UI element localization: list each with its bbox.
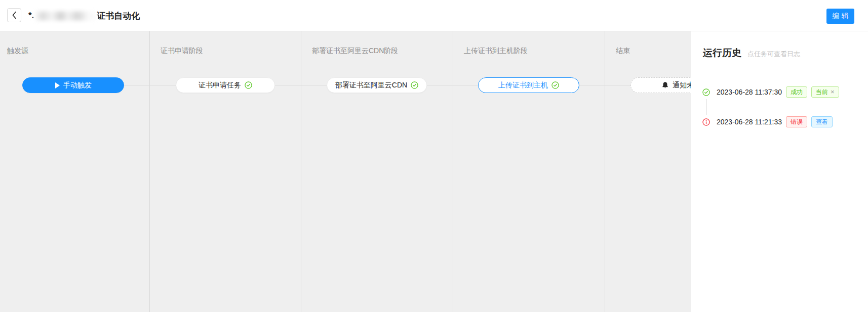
- run-timestamp: 2023-06-28 11:21:33: [717, 118, 782, 126]
- stage-label-apply: 证书申请阶段: [161, 47, 203, 56]
- node-label: 证书申请任务: [199, 81, 241, 90]
- edit-button[interactable]: 编 辑: [826, 9, 854, 24]
- stage-divider: [149, 31, 150, 312]
- check-circle-icon: [702, 88, 710, 96]
- redacted-domain-blur: [35, 12, 96, 20]
- node-cert-apply-task[interactable]: 证书申请任务: [176, 77, 275, 93]
- history-entry[interactable]: 2023-06-28 11:37:30 成功 当前 ×: [702, 86, 839, 98]
- title-suffix: 证书自动化: [97, 10, 140, 22]
- play-icon: [55, 82, 60, 88]
- stage-label-trigger: 触发源: [7, 47, 28, 56]
- history-entry[interactable]: 2023-06-28 11:21:33 错误 查看: [702, 116, 833, 127]
- node-label: 上传证书到主机: [498, 81, 548, 90]
- back-chevron-icon: [12, 11, 17, 19]
- page-header: *. 证书自动化 编 辑: [0, 0, 868, 31]
- run-timestamp: 2023-06-28 11:37:30: [717, 88, 782, 96]
- node-deploy-cdn[interactable]: 部署证书至阿里云CDN: [327, 77, 427, 93]
- status-badge-success: 成功: [786, 86, 807, 98]
- stage-label-cdn: 部署证书至阿里云CDN阶段: [312, 47, 398, 56]
- back-button[interactable]: [7, 8, 21, 22]
- node-manual-trigger[interactable]: 手动触发: [22, 77, 124, 93]
- check-circle-icon: [245, 81, 252, 89]
- stage-label-host: 上传证书到主机阶段: [464, 47, 528, 56]
- stage-divider: [605, 31, 605, 312]
- bell-icon: [661, 81, 669, 89]
- run-history-panel: 运行历史 点任务可查看日志 2023-06-28 11:37:30 成功 当前 …: [691, 31, 868, 315]
- close-icon[interactable]: ×: [831, 87, 835, 97]
- error-circle-icon: [702, 118, 710, 126]
- node-upload-host[interactable]: 上传证书到主机: [478, 77, 579, 93]
- stage-divider: [453, 31, 453, 312]
- page-title: *. 证书自动化: [28, 0, 140, 31]
- certificate-automation-page: *. 证书自动化 编 辑 触发源 证书申请阶段 部署证书至阿里云CDN阶段 上传…: [0, 0, 868, 315]
- panel-title: 运行历史: [703, 47, 741, 60]
- status-badge-error: 错误: [786, 116, 807, 127]
- node-label: 手动触发: [63, 81, 92, 90]
- view-run-button[interactable]: 查看: [811, 116, 833, 127]
- check-circle-icon: [551, 81, 559, 89]
- stage-divider: [301, 31, 301, 312]
- stage-label-end: 结束: [616, 47, 630, 56]
- panel-header: 运行历史 点任务可查看日志: [703, 47, 868, 60]
- check-circle-icon: [411, 81, 418, 89]
- title-prefix: *.: [28, 11, 34, 21]
- panel-subtitle: 点任务可查看日志: [747, 50, 800, 59]
- current-run-label: 当前: [816, 87, 828, 97]
- current-run-tag[interactable]: 当前 ×: [811, 86, 839, 98]
- node-label: 部署证书至阿里云CDN: [335, 81, 407, 90]
- timeline-connector: [706, 99, 707, 115]
- pipeline-canvas: 触发源 证书申请阶段 部署证书至阿里云CDN阶段 上传证书到主机阶段 结束 手动…: [0, 31, 868, 315]
